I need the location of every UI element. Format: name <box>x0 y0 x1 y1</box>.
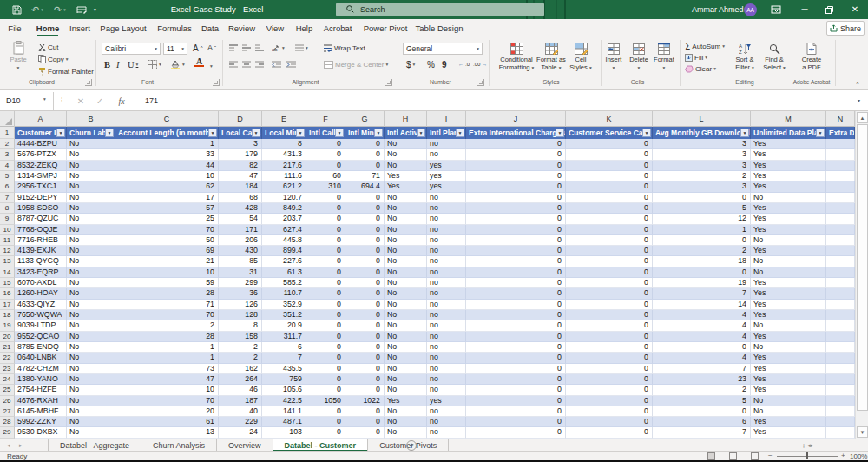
table-column-header[interactable]: Churn Label▼ <box>67 127 115 139</box>
row-header-5[interactable]: 5 <box>0 171 15 182</box>
cell[interactable]: No <box>385 364 427 374</box>
sort-filter-button[interactable]: AZ Sort &Filter ▾ <box>729 39 760 71</box>
cell[interactable]: Yes <box>385 182 427 192</box>
column-header-N[interactable]: N <box>826 111 855 127</box>
cell[interactable]: Yes <box>385 171 427 182</box>
filter-button[interactable]: ▼ <box>208 129 217 137</box>
cell[interactable]: 54 <box>219 214 262 224</box>
cell[interactable]: 0 <box>345 149 385 160</box>
ribbon-tab-help[interactable]: Help <box>293 19 315 36</box>
cell[interactable]: 229 <box>219 417 262 427</box>
filter-button[interactable]: ▼ <box>456 129 464 137</box>
cell[interactable]: 7 <box>653 427 751 438</box>
select-all-corner[interactable] <box>0 111 15 127</box>
cell[interactable]: 70 <box>115 396 219 406</box>
cell[interactable]: 2 <box>653 246 751 256</box>
cell[interactable]: No <box>385 203 427 214</box>
ribbon-tab-power-pivot[interactable]: Power Pivot <box>359 19 411 36</box>
cell[interactable]: Yes <box>751 149 826 160</box>
cell[interactable]: Yes <box>751 225 826 235</box>
cell[interactable]: 0 <box>345 256 385 267</box>
sheet-tab-churn-analysis[interactable]: Churn Analysis <box>141 439 217 452</box>
cell[interactable]: 0 <box>466 193 566 203</box>
cell[interactable]: 23 <box>653 374 751 385</box>
cell[interactable] <box>826 171 855 182</box>
cell[interactable]: 0 <box>466 225 566 235</box>
decrease-indent-icon[interactable] <box>272 59 281 69</box>
column-header-C[interactable]: C <box>115 111 219 127</box>
filter-button[interactable]: ▼ <box>335 129 344 137</box>
cell[interactable]: 0 <box>566 171 653 182</box>
format-cells-button[interactable]: Format▾ <box>651 39 677 71</box>
cell[interactable]: 0 <box>306 288 345 299</box>
cell[interactable]: No <box>67 256 115 267</box>
cell[interactable]: 70 <box>115 225 219 235</box>
ribbon-tab-file[interactable]: File <box>5 19 24 36</box>
cell[interactable]: No <box>385 225 427 235</box>
cell[interactable]: 0 <box>345 374 385 385</box>
cell[interactable]: No <box>751 406 826 417</box>
cell[interactable]: 0 <box>653 267 751 278</box>
cell[interactable] <box>826 406 855 417</box>
cell[interactable]: 0 <box>345 342 385 353</box>
ribbon-tab-formulas[interactable]: Formulas <box>154 19 195 36</box>
column-header-G[interactable]: G <box>345 111 385 127</box>
cell[interactable]: Yes <box>751 364 826 374</box>
row-header-9[interactable]: 9 <box>0 214 15 224</box>
filter-button[interactable]: ▼ <box>556 129 564 137</box>
cell[interactable]: 422.5 <box>262 396 306 406</box>
cell[interactable]: 0 <box>653 406 751 417</box>
cell[interactable]: Yes <box>751 374 826 385</box>
cell[interactable]: 31 <box>219 267 262 278</box>
cancel-icon[interactable]: ✕ <box>75 92 87 110</box>
cell[interactable]: 73 <box>115 364 219 374</box>
cell[interactable]: no <box>427 332 466 342</box>
cell[interactable] <box>826 149 855 160</box>
ribbon-tab-table-design[interactable]: Table Design <box>414 19 464 36</box>
cell[interactable]: no <box>427 139 466 149</box>
cell[interactable]: 8 <box>262 139 306 149</box>
cell[interactable]: 7650-WQWA <box>15 310 67 320</box>
cell[interactable]: 10 <box>115 385 219 395</box>
filter-button[interactable]: ▼ <box>296 129 305 137</box>
cell[interactable]: 0 <box>345 267 385 278</box>
cell[interactable]: 0 <box>345 310 385 320</box>
cell[interactable]: 203.7 <box>262 214 306 224</box>
cell[interactable]: no <box>427 374 466 385</box>
cell[interactable]: No <box>751 193 826 203</box>
table-column-header[interactable]: Customer ID▼ <box>15 127 67 139</box>
cell[interactable]: 0 <box>345 235 385 246</box>
cell[interactable]: 0 <box>566 320 653 331</box>
column-header-F[interactable]: F <box>306 111 345 127</box>
row-header-6[interactable]: 6 <box>0 182 15 192</box>
search-input[interactable]: Search <box>336 3 544 16</box>
table-column-header[interactable]: Local Mins▼ <box>262 127 306 139</box>
cell[interactable]: 19 <box>653 278 751 288</box>
cell[interactable]: No <box>385 214 427 224</box>
delete-cells-button[interactable]: Delete▾ <box>627 39 651 71</box>
row-header-1[interactable]: 1 <box>0 127 15 139</box>
row-header-10[interactable]: 10 <box>0 225 15 235</box>
cell[interactable]: Yes <box>751 171 826 182</box>
cell[interactable]: 0 <box>466 182 566 192</box>
cell[interactable]: 0 <box>345 278 385 288</box>
cell[interactable]: 0 <box>306 353 345 363</box>
cell[interactable]: 7716-RHEB <box>15 235 67 246</box>
cell[interactable]: No <box>67 161 115 171</box>
cell[interactable]: 71 <box>115 300 219 310</box>
cell[interactable]: 0 <box>566 182 653 192</box>
cell[interactable]: No <box>67 214 115 224</box>
cell[interactable]: 0 <box>566 364 653 374</box>
cell[interactable]: 0 <box>466 320 566 331</box>
scrollbar-thumb[interactable] <box>857 124 868 411</box>
cell[interactable]: 20 <box>115 406 219 417</box>
cell[interactable]: Yes <box>751 182 826 192</box>
decrease-font-icon[interactable]: Aˇ <box>207 43 216 53</box>
horizontal-scrollbar[interactable]: ⁞◂▸ <box>803 441 864 450</box>
cell[interactable]: 70 <box>115 310 219 320</box>
cell[interactable]: No <box>385 320 427 331</box>
cell[interactable]: no <box>427 256 466 267</box>
number-format-select[interactable]: General▾ <box>403 43 483 55</box>
cell[interactable]: 0 <box>345 364 385 374</box>
sheet-tab-databel---aggregate[interactable]: Databel - Aggregate <box>48 439 141 452</box>
